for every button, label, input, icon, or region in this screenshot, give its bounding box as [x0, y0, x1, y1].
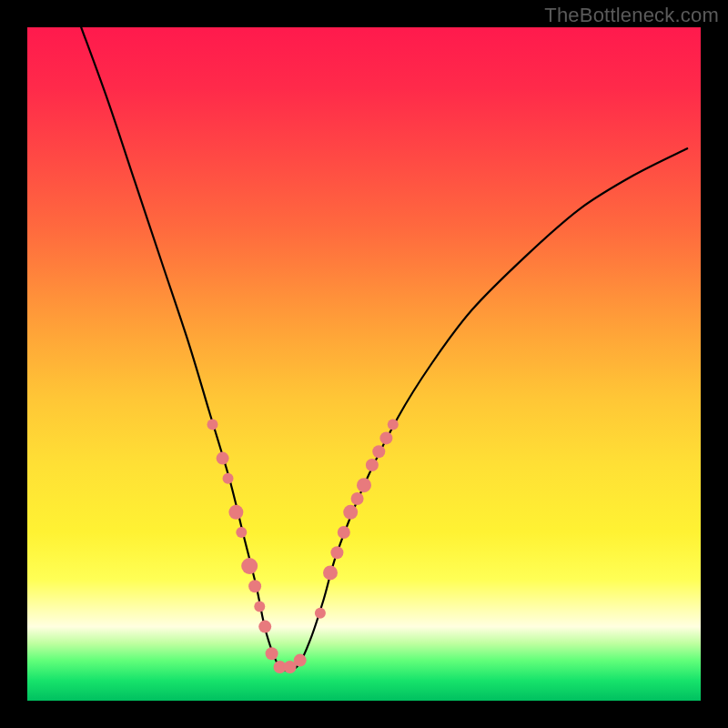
highlight-dot: [254, 601, 265, 612]
highlight-dot: [258, 621, 271, 633]
highlight-dot: [330, 546, 343, 559]
highlight-dot: [372, 445, 385, 458]
highlight-dot: [388, 420, 399, 430]
highlight-dot: [223, 473, 234, 484]
bottleneck-curve: [81, 27, 687, 671]
highlight-dot: [379, 431, 392, 444]
curve-layer: [27, 27, 701, 701]
highlight-dot: [236, 527, 247, 538]
highlight-dot: [366, 459, 379, 471]
highlight-dot: [217, 452, 229, 465]
highlight-dot: [357, 478, 371, 492]
highlight-dot: [315, 608, 326, 619]
highlight-dot: [351, 492, 364, 505]
highlight-dot: [338, 526, 350, 539]
highlight-dot: [266, 647, 278, 660]
highlight-dot: [228, 505, 243, 520]
highlight-dot: [323, 565, 338, 580]
highlight-dots: [207, 420, 399, 673]
watermark-text: TheBottleneck.com: [544, 4, 719, 27]
highlight-dot: [241, 558, 258, 574]
highlight-dot: [207, 420, 218, 430]
chart-frame: TheBottleneck.com: [0, 0, 728, 728]
highlight-dot: [294, 654, 307, 667]
plot-area: [27, 27, 701, 701]
highlight-dot: [248, 580, 261, 592]
highlight-dot: [343, 505, 358, 520]
